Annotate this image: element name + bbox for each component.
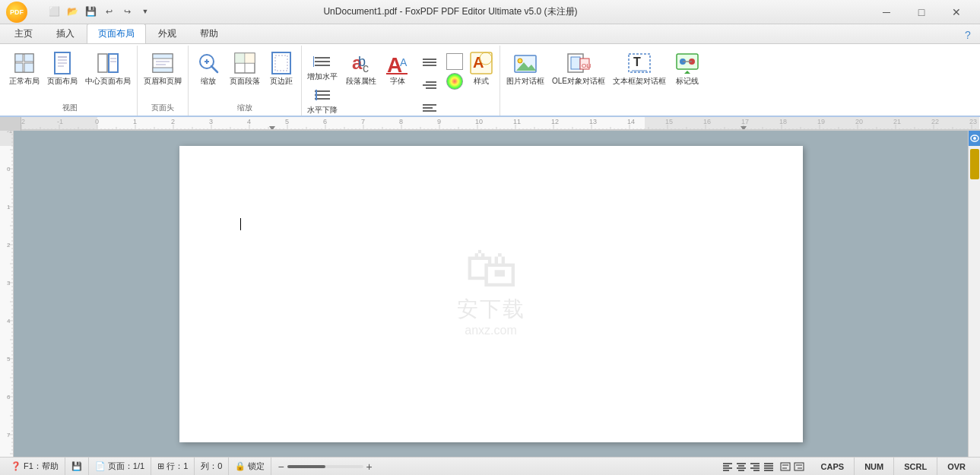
ribbon-group-objects-label — [503, 113, 704, 116]
svg-rect-11 — [109, 54, 118, 72]
open-button[interactable]: 📂 — [64, 3, 81, 20]
ribbon-group-format: 增加水平 水平下降 — [302, 46, 500, 116]
svg-point-72 — [973, 137, 976, 140]
text-frame-dialog-button[interactable]: T 文本框架对话框 — [610, 49, 669, 88]
tab-help[interactable]: 帮助 — [189, 24, 230, 43]
header-footer-icon — [151, 51, 175, 75]
font-button[interactable]: A A 字体 — [382, 49, 413, 88]
page-section-button[interactable]: 页面段落 — [227, 49, 263, 88]
color-swatch[interactable] — [446, 53, 463, 70]
tab-page-layout[interactable]: 页面布局 — [87, 24, 146, 43]
image-dialog-button[interactable]: 图片对话框 — [503, 49, 547, 88]
ovr-indicator: OVR — [944, 462, 969, 471]
minimize-button[interactable]: ─ — [869, 0, 904, 24]
svg-rect-3 — [15, 63, 23, 72]
styles-icon: A — [469, 51, 493, 75]
header-footer-button[interactable]: 页眉和页脚 — [141, 49, 185, 88]
watermark-icon: 🛍 — [457, 242, 525, 295]
ribbon-group-page-header-content: 页眉和页脚 — [141, 47, 185, 103]
watermark-text: 安下载 — [457, 295, 525, 324]
undo-button[interactable]: ↩ — [100, 3, 117, 20]
scroll-eye-button[interactable] — [969, 131, 981, 146]
watermark-subtext: anxz.com — [457, 324, 525, 337]
list1-button[interactable] — [416, 52, 443, 73]
list2-button[interactable] — [416, 74, 443, 96]
center-page-button[interactable]: 中心页面布局 — [82, 49, 134, 88]
para-props-button[interactable]: a b c 段落属性 — [343, 49, 379, 88]
align-left-button[interactable] — [722, 461, 734, 473]
page-margin-icon — [269, 51, 293, 75]
increase-h-icon — [313, 53, 331, 71]
ribbon-group-objects-content: 图片对话框 OLE OLE对象对话框 T — [503, 47, 704, 113]
zoom-control: − + — [271, 461, 378, 473]
svg-text:OLE: OLE — [582, 62, 591, 69]
text-frame-dialog-label: 文本框架对话框 — [613, 77, 666, 86]
zoom-label: 缩放 — [201, 77, 216, 86]
list3-button[interactable] — [416, 97, 443, 119]
styles-button[interactable]: A 样式 — [466, 49, 496, 88]
color-picker-button[interactable] — [446, 73, 463, 90]
svg-rect-92 — [794, 463, 804, 470]
window-title: UnDocument1.pdf - FoxPDF PDF Editor Ulti… — [32, 5, 869, 18]
svg-point-57 — [518, 59, 522, 63]
align-center-button[interactable] — [735, 461, 747, 473]
marker-button[interactable]: 标记线 — [671, 49, 704, 88]
status-save[interactable]: 💾 — [65, 458, 89, 475]
ribbon-group-page-header-label: 页面头 — [141, 103, 185, 116]
svg-rect-1 — [15, 54, 23, 62]
document-area[interactable]: 🛍 安下载 anxz.com — [14, 131, 968, 457]
close-button[interactable]: ✕ — [939, 0, 974, 24]
page-margin-button[interactable]: 页边距 — [265, 49, 298, 88]
right-scrollbar[interactable] — [968, 131, 980, 457]
ole-dialog-button[interactable]: OLE OLE对象对话框 — [549, 49, 608, 88]
page-layout-icon — [50, 51, 75, 75]
align-justify-button[interactable] — [763, 461, 775, 473]
status-help-text: F1：帮助 — [24, 461, 59, 472]
normal-layout-button[interactable]: 正常布局 — [6, 49, 43, 88]
zoom-minus-button[interactable]: − — [278, 461, 284, 473]
tab-view[interactable]: 外观 — [147, 24, 188, 43]
page-margin-label: 页边距 — [270, 77, 293, 86]
maximize-button[interactable]: □ — [904, 0, 939, 24]
svg-rect-89 — [781, 463, 790, 470]
ribbon-group-view-label: 视图 — [6, 103, 134, 116]
svg-rect-26 — [235, 53, 245, 63]
font-icon: A A — [385, 51, 410, 75]
svg-text:A: A — [400, 56, 408, 68]
list2-icon — [420, 76, 439, 94]
status-lock-text: 锁定 — [248, 461, 265, 472]
status-scrl: SCRL — [894, 458, 937, 475]
new-button[interactable]: ⬜ — [46, 3, 62, 20]
align-right2-button[interactable] — [793, 461, 805, 473]
page-layout-button[interactable]: 页面布局 — [44, 49, 81, 88]
zoom-button[interactable]: 缩放 — [192, 49, 225, 88]
more-button[interactable]: ▼ — [137, 3, 154, 20]
tab-insert[interactable]: 插入 — [45, 24, 86, 43]
svg-rect-2 — [24, 54, 33, 62]
status-help: ❓ F1：帮助 — [5, 458, 65, 475]
align-right-button[interactable] — [749, 461, 761, 473]
align-left2-button[interactable] — [779, 461, 791, 473]
increase-h-button[interactable]: 增加水平 — [305, 52, 340, 84]
ruler-corner — [0, 117, 21, 131]
tab-home[interactable]: 主页 — [3, 24, 44, 43]
page-layout-label: 页面布局 — [47, 77, 78, 86]
ribbon: 正常布局 页面布局 — [0, 44, 980, 117]
ribbon-tabs: 主页 插入 页面布局 外观 帮助 ? — [0, 24, 980, 44]
status-ovr: OVR — [937, 458, 975, 475]
save-button[interactable]: 💾 — [82, 3, 99, 20]
svg-marker-70 — [684, 71, 690, 74]
decrease-h-button[interactable]: 水平下降 — [305, 85, 340, 117]
zoom-bar[interactable] — [287, 465, 363, 468]
redo-button[interactable]: ↪ — [119, 3, 135, 20]
ribbon-group-objects: 图片对话框 OLE OLE对象对话框 T — [500, 46, 707, 116]
header-footer-label: 页眉和页脚 — [144, 77, 182, 86]
status-caps: CAPS — [811, 458, 855, 475]
zoom-plus-button[interactable]: + — [366, 461, 373, 473]
ribbon-group-format-content: 增加水平 水平下降 — [305, 47, 496, 119]
ribbon-group-view: 正常布局 页面布局 — [3, 46, 138, 116]
scroll-thumb[interactable] — [970, 149, 979, 179]
ribbon-group-zoom-label: 缩放 — [192, 103, 298, 116]
help-icon[interactable]: ? — [959, 27, 977, 43]
svg-rect-10 — [98, 54, 107, 72]
